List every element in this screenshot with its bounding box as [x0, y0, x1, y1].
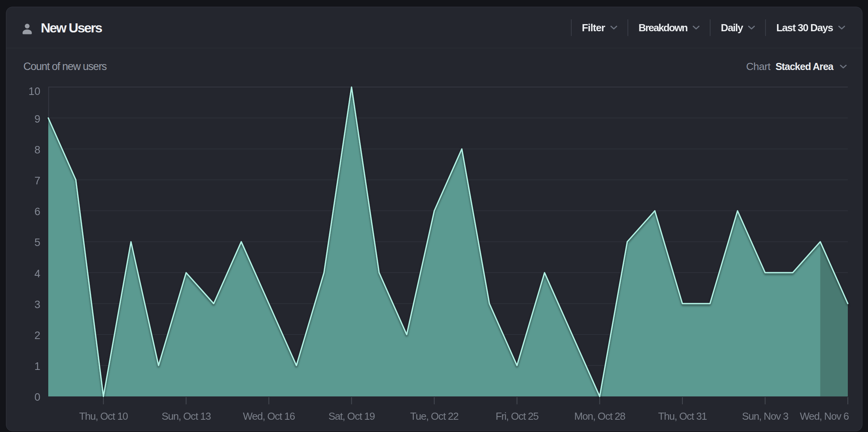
filter-button[interactable]: Filter: [572, 22, 627, 34]
title-wrap: New Users: [23, 7, 102, 48]
date-range-button[interactable]: Last 30 Days: [766, 22, 855, 34]
chart-type-dropdown[interactable]: Stacked Area: [775, 61, 847, 72]
chevron-down-icon: [610, 26, 617, 30]
subheader: Count of new users Chart Stacked Area: [6, 48, 862, 77]
breakdown-button-label: Breakdown: [639, 22, 687, 34]
chevron-down-icon: [840, 64, 847, 68]
chart-plot-area[interactable]: [48, 87, 848, 396]
insight-title: New Users: [41, 20, 102, 36]
person-icon: [23, 24, 32, 34]
chevron-down-icon: [693, 26, 699, 30]
chart-type-value: Stacked Area: [775, 61, 833, 72]
chart-type-select: Chart Stacked Area: [746, 61, 847, 73]
filter-button-label: Filter: [582, 22, 605, 34]
interval-button-label: Daily: [721, 22, 743, 34]
chevron-down-icon: [748, 26, 755, 30]
chart-type-label: Chart: [746, 61, 770, 73]
date-range-button-label: Last 30 Days: [776, 22, 833, 34]
header-controls: Filter Breakdown Daily Last 30 Days: [571, 7, 855, 48]
metric-label: Count of new users: [23, 61, 106, 73]
card-header: New Users Filter Breakdown Daily Last 30…: [6, 7, 862, 48]
chevron-down-icon: [838, 26, 845, 30]
breakdown-button[interactable]: Breakdown: [628, 22, 710, 34]
interval-button[interactable]: Daily: [711, 22, 765, 34]
